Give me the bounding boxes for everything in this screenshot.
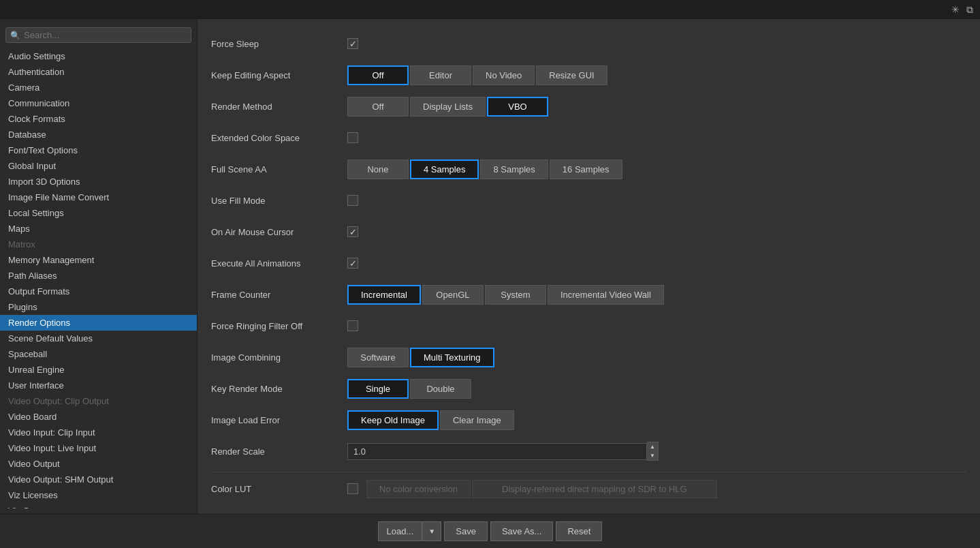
load-button[interactable]: Load... [378, 521, 423, 541]
save-as-button[interactable]: Save As... [490, 521, 554, 541]
btn-double[interactable]: Double [410, 379, 471, 399]
label-use-fill-mode: Use Fill Mode [211, 196, 347, 206]
btn-editor[interactable]: Editor [410, 65, 471, 85]
asterisk-icon[interactable]: ✳ [951, 4, 960, 15]
spinner-down-arrow[interactable]: ▼ [647, 451, 658, 460]
save-button[interactable]: Save [444, 521, 488, 541]
top-bar: ✳ ⧉ [0, 0, 980, 19]
form-row-extended-color-space: Extended Color Space [211, 127, 966, 149]
btn-4-samples[interactable]: 4 Samples [410, 159, 479, 179]
btn-incremental-video-wall[interactable]: Incremental Video Wall [548, 285, 664, 305]
sidebar-item-communication[interactable]: Communication [0, 95, 197, 111]
controls-extended-color-space [347, 132, 358, 143]
label-render-method: Render Method [211, 102, 347, 112]
btn-clear-image[interactable]: Clear Image [440, 410, 514, 430]
controls-full-scene-aa: None4 Samples8 Samples16 Samples [347, 159, 622, 179]
sidebar-item-unreal-engine[interactable]: Unreal Engine [0, 362, 197, 378]
controls-render-scale: ▲▼ [347, 442, 659, 461]
sidebar-item-scene-default-values[interactable]: Scene Default Values [0, 331, 197, 346]
sidebar-item-clock-formats[interactable]: Clock Formats [0, 111, 197, 127]
sidebar-item-audio-settings[interactable]: Audio Settings [0, 48, 197, 64]
btn-16-samples[interactable]: 16 Samples [550, 159, 622, 179]
controls-frame-counter: IncrementalOpenGLSystemIncremental Video… [347, 285, 664, 305]
reset-button[interactable]: Reset [556, 521, 602, 541]
main-layout: 🔍 Audio SettingsAuthenticationCameraComm… [0, 19, 980, 514]
btngroup-key-render-mode: SingleDouble [347, 379, 471, 399]
sidebar-item-import-3d-options[interactable]: Import 3D Options [0, 174, 197, 189]
sidebar-item-viz-one[interactable]: Viz One [0, 503, 197, 508]
controls-image-load-error: Keep Old ImageClear Image [347, 410, 514, 430]
checkbox-on-air-mouse-cursor[interactable] [347, 226, 358, 237]
form-row-render-method: Render MethodOffDisplay ListsVBO [211, 95, 966, 117]
spinner-render-scale: ▲▼ [347, 442, 659, 461]
sidebar-item-camera[interactable]: Camera [0, 80, 197, 95]
checkbox-use-fill-mode[interactable] [347, 195, 358, 206]
sidebar-item-image-file-name-convert[interactable]: Image File Name Convert [0, 189, 197, 205]
btn-multi-texturing[interactable]: Multi Texturing [410, 348, 494, 367]
form-row-use-fill-mode: Use Fill Mode [211, 189, 966, 211]
btngroup-frame-counter: IncrementalOpenGLSystemIncremental Video… [347, 285, 664, 305]
btn-vbo[interactable]: VBO [487, 97, 548, 117]
sidebar-item-path-aliases[interactable]: Path Aliases [0, 268, 197, 284]
form-row-force-sleep: Force Sleep [211, 33, 966, 55]
sidebar-item-plugins[interactable]: Plugins [0, 299, 197, 315]
btn-8-samples[interactable]: 8 Samples [480, 159, 548, 179]
form-row-on-air-mouse-cursor: On Air Mouse Cursor [211, 221, 966, 243]
btn-keep-old-image[interactable]: Keep Old Image [347, 410, 439, 430]
bottom-bar: Load... ▼ Save Save As... Reset [0, 514, 980, 548]
content-panel: Force SleepKeep Editing AspectOffEditorN… [197, 19, 980, 514]
form-row-frame-counter: Frame CounterIncrementalOpenGLSystemIncr… [211, 284, 966, 305]
sidebar-item-authentication[interactable]: Authentication [0, 64, 197, 80]
spinner-field[interactable] [347, 443, 647, 460]
sidebar-item-font-text-options[interactable]: Font/Text Options [0, 142, 197, 158]
spinner-up-arrow[interactable]: ▲ [647, 442, 658, 451]
search-box[interactable]: 🔍 [5, 27, 191, 43]
sidebar-item-video-input-live-input[interactable]: Video Input: Live Input [0, 440, 197, 456]
form-row-image-combining: Image CombiningSoftwareMulti Texturing [211, 346, 966, 368]
btn-system[interactable]: System [485, 285, 546, 305]
sidebar-item-viz-licenses[interactable]: Viz Licenses [0, 487, 197, 503]
btn-single[interactable]: Single [347, 379, 409, 399]
sidebar-item-maps[interactable]: Maps [0, 221, 197, 237]
checkbox-execute-all-animations[interactable] [347, 258, 358, 269]
btn-incremental[interactable]: Incremental [347, 285, 421, 305]
btn-opengl[interactable]: OpenGL [422, 285, 484, 305]
sidebar-item-video-input-clip-input[interactable]: Video Input: Clip Input [0, 425, 197, 440]
sidebar-item-database[interactable]: Database [0, 127, 197, 142]
load-dropdown-arrow[interactable]: ▼ [422, 521, 441, 541]
sidebar-item-output-formats[interactable]: Output Formats [0, 284, 197, 299]
controls-force-sleep [347, 38, 358, 49]
checkbox-extended-color-space[interactable] [347, 132, 358, 143]
sidebar-item-user-interface[interactable]: User Interface [0, 378, 197, 393]
form-row-keep-editing-aspect: Keep Editing AspectOffEditorNo VideoResi… [211, 64, 966, 86]
sidebar-item-local-settings[interactable]: Local Settings [0, 205, 197, 221]
btn-display-lists[interactable]: Display Lists [410, 97, 486, 117]
btngroup-render-method: OffDisplay ListsVBO [347, 97, 548, 117]
label-image-combining: Image Combining [211, 352, 347, 363]
color-lut-sdr-hlg-btn: Display-referred direct mapping of SDR t… [472, 480, 717, 498]
btn-no-video[interactable]: No Video [473, 65, 535, 85]
controls-execute-all-animations [347, 258, 358, 269]
label-full-scene-aa: Full Scene AA [211, 164, 347, 174]
label-color-lut: Color LUT [211, 484, 347, 494]
checkbox-color-lut[interactable] [347, 483, 358, 494]
btn-off[interactable]: Off [347, 65, 409, 85]
btn-software[interactable]: Software [347, 348, 409, 367]
btn-resize-gui[interactable]: Resize GUI [536, 65, 607, 85]
search-input[interactable] [24, 30, 187, 40]
controls-color-lut: No color conversionDisplay-referred dire… [347, 480, 717, 498]
sidebar-item-global-input[interactable]: Global Input [0, 158, 197, 174]
sidebar-item-spaceball[interactable]: Spaceball [0, 346, 197, 362]
label-render-scale: Render Scale [211, 446, 347, 457]
sidebar-item-video-output[interactable]: Video Output [0, 456, 197, 472]
btn-none[interactable]: None [347, 159, 409, 179]
checkbox-force-sleep[interactable] [347, 38, 358, 49]
sidebar-item-render-options[interactable]: Render Options [0, 315, 197, 331]
checkbox-force-ringing-filter-off[interactable] [347, 320, 358, 331]
sidebar-item-memory-management[interactable]: Memory Management [0, 252, 197, 268]
sidebar-item-video-output-shm-output[interactable]: Video Output: SHM Output [0, 472, 197, 487]
sidebar-item-video-board[interactable]: Video Board [0, 409, 197, 425]
window-icon[interactable]: ⧉ [966, 4, 973, 16]
spinner-arrows: ▲▼ [647, 442, 659, 461]
btn-off[interactable]: Off [347, 97, 409, 117]
